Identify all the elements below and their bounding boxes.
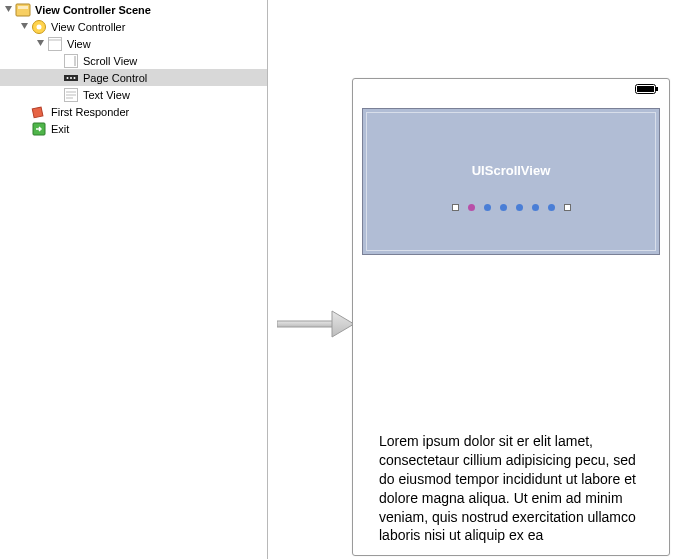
status-bar	[353, 79, 669, 99]
page-control-icon	[63, 70, 79, 86]
svg-point-14	[74, 77, 76, 79]
scrollview-title: UIScrollView	[472, 163, 551, 178]
svg-point-12	[67, 77, 69, 79]
exit-icon	[31, 121, 47, 137]
svg-rect-24	[637, 86, 654, 92]
selection-handle-icon[interactable]	[452, 204, 459, 211]
page-dot[interactable]	[532, 204, 539, 211]
svg-marker-22	[332, 311, 354, 337]
page-dot[interactable]	[484, 204, 491, 211]
page-dot-current[interactable]	[468, 204, 475, 211]
outline-tree: View Controller Scene View Controller Vi…	[0, 0, 267, 137]
first-responder-icon	[31, 104, 47, 120]
tree-row-view[interactable]: View	[0, 35, 267, 52]
tree-row-scroll-view[interactable]: Scroll View	[0, 52, 267, 69]
tree-label: First Responder	[51, 106, 129, 118]
page-control[interactable]	[452, 204, 571, 211]
tree-label: Scroll View	[83, 55, 137, 67]
svg-rect-19	[32, 107, 43, 118]
tree-label: Text View	[83, 89, 130, 101]
battery-icon	[635, 84, 659, 97]
tree-row-scene[interactable]: View Controller Scene	[0, 1, 267, 18]
document-outline: View Controller Scene View Controller Vi…	[0, 0, 268, 559]
page-dot[interactable]	[548, 204, 555, 211]
svg-rect-21	[277, 321, 333, 327]
svg-marker-0	[5, 6, 12, 12]
text-view-icon	[63, 87, 79, 103]
disclosure-triangle-icon[interactable]	[4, 5, 13, 14]
tree-row-view-controller[interactable]: View Controller	[0, 18, 267, 35]
tree-row-first-responder[interactable]: First Responder	[0, 103, 267, 120]
svg-marker-3	[21, 23, 28, 29]
segue-arrow-icon	[277, 309, 355, 341]
scene-icon	[15, 2, 31, 18]
tree-label: View Controller	[51, 21, 125, 33]
tree-label: Exit	[51, 123, 69, 135]
canvas[interactable]: UIScrollView Lorem ipsum dolor sit er el…	[269, 0, 674, 559]
tree-row-page-control[interactable]: Page Control	[0, 69, 267, 86]
svg-rect-1	[16, 4, 30, 16]
tree-label: View	[67, 38, 91, 50]
svg-rect-7	[49, 37, 62, 50]
disclosure-triangle-icon[interactable]	[20, 22, 29, 31]
svg-point-13	[70, 77, 72, 79]
svg-point-5	[37, 24, 42, 29]
tree-row-text-view[interactable]: Text View	[0, 86, 267, 103]
view-icon	[47, 36, 63, 52]
page-dot[interactable]	[500, 204, 507, 211]
view-controller-icon	[31, 19, 47, 35]
uiscrollview[interactable]: UIScrollView	[362, 108, 660, 255]
uitextview[interactable]: Lorem ipsum dolor sit er elit lamet, con…	[379, 432, 643, 545]
disclosure-triangle-icon[interactable]	[36, 39, 45, 48]
tree-row-exit[interactable]: Exit	[0, 120, 267, 137]
svg-marker-6	[37, 40, 44, 46]
svg-rect-25	[656, 87, 658, 91]
tree-label: Page Control	[83, 72, 147, 84]
page-dot[interactable]	[516, 204, 523, 211]
selection-handle-icon[interactable]	[564, 204, 571, 211]
device-frame[interactable]: UIScrollView Lorem ipsum dolor sit er el…	[352, 78, 670, 556]
scroll-view-icon	[63, 53, 79, 69]
svg-rect-2	[18, 6, 28, 9]
tree-label: View Controller Scene	[35, 4, 151, 16]
svg-rect-10	[74, 56, 76, 66]
